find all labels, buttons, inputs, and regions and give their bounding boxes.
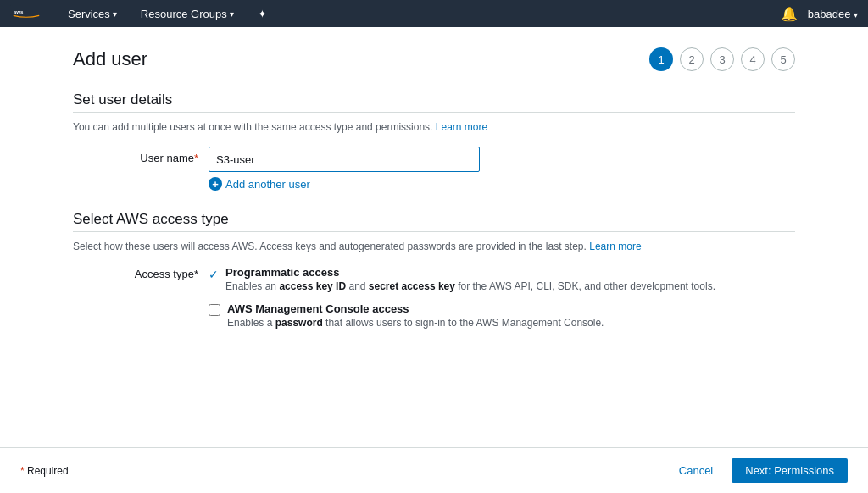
aws-logo-wrap[interactable]: aws (10, 4, 42, 23)
user-chevron-icon: ▾ (854, 10, 858, 19)
programmatic-access-desc: Enables an access key ID and secret acce… (225, 280, 715, 292)
pin-icon-button[interactable]: ✦ (253, 4, 272, 24)
access-type-learn-more-link[interactable]: Learn more (589, 241, 641, 252)
step-1-label: 1 (658, 53, 664, 66)
set-user-details-learn-more-link[interactable]: Learn more (436, 121, 487, 133)
username-input[interactable] (209, 147, 480, 172)
services-label: Services (68, 8, 110, 20)
notification-bell-icon[interactable]: 🔔 (781, 6, 798, 22)
programmatic-access-check-icon: ✓ (209, 268, 219, 281)
access-type-required-star: * (194, 268, 198, 280)
step-2-label: 2 (688, 53, 694, 66)
aws-logo-icon: aws (10, 4, 42, 23)
main-content: Add user 1 2 3 4 5 Set user details You … (53, 27, 815, 427)
username-form-row: User name* + Add another user (73, 147, 795, 191)
user-label: babadee (808, 8, 851, 20)
set-user-details-desc: You can add multiple users at once with … (73, 121, 795, 133)
resource-groups-chevron-icon: ▾ (230, 9, 234, 19)
select-access-type-desc: Select how these users will access AWS. … (73, 241, 795, 252)
username-label: User name* (73, 147, 209, 164)
programmatic-access-content: Programmatic access Enables an access ke… (225, 266, 715, 292)
console-access-checkbox-wrap[interactable] (209, 304, 220, 319)
console-access-desc: Enables a password that allows users to … (227, 317, 604, 329)
console-access-label: AWS Management Console access (227, 302, 604, 315)
console-access-checkbox[interactable] (209, 304, 220, 316)
select-access-type-divider (73, 231, 795, 232)
services-chevron-icon: ▾ (113, 9, 117, 19)
username-required-star: * (194, 152, 198, 164)
top-nav: aws Services ▾ Resource Groups ▾ ✦ 🔔 bab… (0, 0, 868, 27)
page-header: Add user 1 2 3 4 5 (73, 47, 795, 71)
add-another-user-link[interactable]: + Add another user (209, 177, 795, 191)
pin-icon: ✦ (258, 8, 267, 20)
step-3: 3 (710, 47, 734, 71)
set-user-details-title: Set user details (73, 91, 795, 108)
svg-text:aws: aws (14, 8, 24, 14)
access-type-label: Access type* (73, 266, 209, 280)
console-access-option: AWS Management Console access Enables a … (209, 302, 795, 329)
select-access-type-section: Select AWS access type Select how these … (73, 211, 795, 339)
nav-right: 🔔 babadee ▾ (781, 6, 858, 22)
add-another-user-plus-icon: + (209, 177, 222, 191)
step-1: 1 (649, 47, 673, 71)
set-user-details-section: Set user details You can add multiple us… (73, 91, 795, 191)
programmatic-access-label: Programmatic access (225, 266, 715, 279)
step-5-label: 5 (780, 53, 786, 66)
services-menu[interactable]: Services ▾ (63, 4, 122, 24)
step-3-label: 3 (719, 53, 725, 66)
page-title: Add user (73, 48, 147, 70)
access-type-form-row: Access type* ✓ Programmatic access Enabl… (73, 266, 795, 339)
access-options: ✓ Programmatic access Enables an access … (209, 266, 795, 339)
select-access-type-title: Select AWS access type (73, 211, 795, 228)
step-4-label: 4 (749, 53, 755, 66)
set-user-details-divider (73, 112, 795, 113)
resource-groups-label: Resource Groups (141, 8, 227, 20)
step-2: 2 (680, 47, 704, 71)
console-access-content: AWS Management Console access Enables a … (227, 302, 604, 329)
add-another-user-label: Add another user (225, 178, 310, 191)
username-control-wrap: + Add another user (209, 147, 795, 191)
step-4: 4 (741, 47, 765, 71)
step-indicator: 1 2 3 4 5 (649, 47, 795, 71)
programmatic-access-option: ✓ Programmatic access Enables an access … (209, 266, 795, 292)
user-menu[interactable]: babadee ▾ (808, 8, 858, 20)
step-5: 5 (771, 47, 795, 71)
resource-groups-menu[interactable]: Resource Groups ▾ (136, 4, 239, 24)
